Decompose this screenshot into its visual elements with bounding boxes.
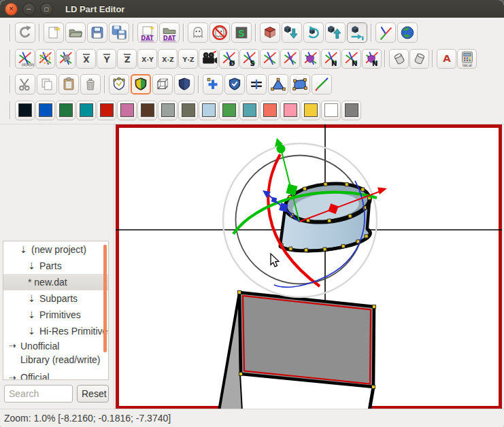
color-swatch-black[interactable] [15,101,35,120]
tree-item-subparts[interactable]: ⇣Subparts [3,290,108,307]
axes-n-icon[interactable]: N [321,49,341,69]
shield-blue-icon[interactable] [224,74,245,95]
color-swatch-green[interactable] [56,101,75,120]
project-tree[interactable]: ⇣(new project)⇣Parts* new.dat⇣Subparts⇣P… [3,241,109,380]
vertex-snap-icon[interactable] [56,49,75,69]
color-swatch-dark-gray[interactable] [178,101,198,120]
move-axes-icon[interactable] [260,49,280,69]
diameter-icon[interactable]: Ø [219,49,239,69]
tree-item-new-dat[interactable]: * new.dat [3,274,108,290]
color-swatch-pink[interactable] [280,101,300,120]
color-swatch-blue[interactable] [35,101,55,120]
open-file-icon[interactable] [65,22,86,43]
cut-icon[interactable] [15,74,35,95]
cube-insert-icon[interactable] [282,22,302,43]
add-triangle-icon[interactable] [268,74,288,95]
new-file-icon[interactable]: ★ [44,22,64,43]
select-faces-icon[interactable] [131,74,151,95]
rotation-center-icon[interactable] [35,49,55,69]
axes-3d-icon[interactable] [375,22,396,43]
minimize-button[interactable]: − [22,3,35,16]
maximize-button[interactable]: ▢ [40,3,53,16]
camera-icon[interactable] [199,49,218,69]
tree-item-primitives[interactable]: ⇣Primitives [3,307,108,323]
tree-expand-icon[interactable]: ⇣ [28,326,39,337]
merge-lines-icon[interactable] [246,74,267,95]
cylinder-alt-icon[interactable] [409,49,429,69]
tree-expand-icon[interactable]: ⇢ [9,339,20,353]
x-bar-icon[interactable]: X [76,49,96,69]
tree-expand-icon[interactable]: ⇢ [9,373,20,381]
cube-up-icon[interactable] [325,22,346,43]
cube-rotate-icon[interactable] [303,22,324,43]
axes-vertex-icon[interactable] [280,49,300,69]
tree-expand-icon[interactable]: ⇣ [20,245,31,255]
tree-item-unofficial-library-read-write[interactable]: ⇢UnofficialLibrary (read/write) [3,339,108,369]
tree-item-hi-res-primitives[interactable]: ⇣Hi-Res Primitives [3,323,108,339]
select-vertices-icon[interactable] [109,74,129,95]
tree-item-label: Primitives [39,309,81,320]
to-local-icon[interactable]: local [457,49,477,69]
xy-plane-icon[interactable]: X·Y [137,49,157,69]
axes-n-alt-icon[interactable]: N [341,49,361,69]
color-swatch-red[interactable] [97,101,116,120]
color-swatch-dark-turquoise[interactable] [76,101,96,120]
open-dat-icon[interactable]: DAT [159,22,180,43]
tree-item-parts[interactable]: ⇣Parts [3,258,108,274]
search-input[interactable] [4,385,73,403]
color-swatch-light-gray[interactable] [158,101,178,120]
yz-plane-icon[interactable]: Y·Z [178,49,198,69]
cube-swap-icon[interactable] [347,22,367,43]
tree-item-new-project[interactable]: ⇣(new project) [3,241,108,258]
toolbar-grip[interactable] [10,101,11,119]
delete-icon[interactable] [80,74,101,95]
add-vertex-icon[interactable] [203,74,223,95]
tree-expand-icon[interactable]: ⇣ [28,294,39,304]
xz-plane-icon[interactable]: X·Z [158,49,178,69]
subfile-geometry[interactable] [219,291,376,410]
titlebar[interactable]: ✕ − ▢ LD Part Editor [0,0,504,18]
color-swatch-dark-pink[interactable] [117,101,137,120]
y-bar-icon[interactable]: Y [97,49,116,69]
sync-icon[interactable] [15,22,35,43]
new-dat-icon[interactable]: ★DAT [137,22,158,43]
z-bar-icon[interactable]: Z [117,49,137,69]
copy-icon[interactable] [37,74,57,95]
toolbar-grip[interactable] [10,24,11,41]
3d-viewport[interactable] [116,124,502,409]
toolbar-grip[interactable] [10,75,11,93]
s-transform-icon[interactable]: S [239,49,259,69]
shield-dark-icon[interactable] [174,74,195,95]
cube-red-icon[interactable] [260,22,280,43]
wireframe-cube-icon[interactable] [152,74,173,95]
ghost-icon[interactable] [188,22,208,43]
close-button[interactable]: ✕ [5,3,18,16]
no-ghost-icon[interactable] [209,22,230,43]
color-swatch-brown[interactable] [137,101,157,120]
color-swatch-light-blue[interactable] [199,101,218,120]
save-icon[interactable] [87,22,107,43]
paste-icon[interactable] [58,74,79,95]
color-swatch-salmon[interactable] [260,101,280,120]
toolbar-grip[interactable] [10,50,11,67]
tree-scrollbar[interactable] [103,245,107,352]
save-as-icon[interactable] [109,22,129,43]
tree-item-official[interactable]: ⇢Official [3,369,108,380]
axes-shield-n-icon[interactable]: N [362,49,382,69]
origin-axes-icon[interactable]: (0|0|0) [15,49,35,69]
reset-button[interactable]: Reset [77,385,109,403]
add-quad-icon[interactable] [290,74,310,95]
cylinder-icon[interactable] [389,49,409,69]
add-condline-icon[interactable] [312,74,332,95]
color-swatch-white[interactable] [321,101,341,120]
axes-shield-icon[interactable] [301,49,320,69]
tree-expand-icon[interactable]: ⇣ [28,310,39,320]
color-swatch-light-turquoise[interactable] [239,101,259,120]
tree-expand-icon[interactable]: ⇣ [28,261,39,271]
color-swatch-yellow[interactable] [301,101,320,120]
globe-icon[interactable] [397,22,418,43]
color-swatch-bright-green[interactable] [219,101,239,120]
snapshot-icon[interactable]: S [231,22,252,43]
color-swatch-main-color[interactable] [341,101,361,120]
angle-icon[interactable]: A [437,49,456,69]
